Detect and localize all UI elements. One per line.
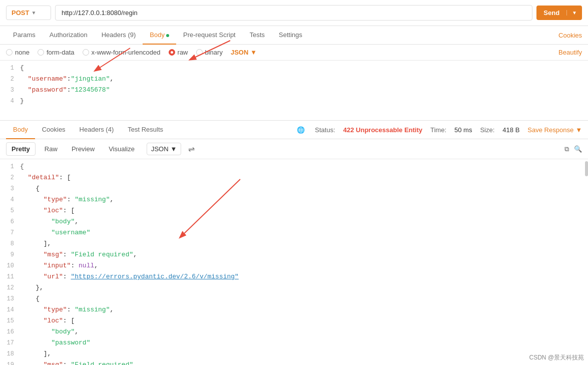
req-line-1: 1 { xyxy=(0,63,588,74)
json-type-selector[interactable]: JSON ▼ xyxy=(231,49,257,56)
save-response-button[interactable]: Save Response ▼ xyxy=(527,126,582,134)
save-response-chevron-icon: ▼ xyxy=(575,126,582,134)
radio-none-label: none xyxy=(15,49,30,56)
resp-tab-headers[interactable]: Headers (4) xyxy=(73,121,121,139)
radio-binary-dot xyxy=(196,49,203,56)
resp-line-13: 13 { xyxy=(0,293,588,304)
tab-tests[interactable]: Tests xyxy=(243,26,272,45)
search-icon[interactable]: 🔍 xyxy=(574,145,582,153)
response-icons: ⧉ 🔍 xyxy=(564,145,582,153)
fmt-tab-visualize[interactable]: Visualize xyxy=(104,143,140,155)
resp-line-5: 5 "loc": [ xyxy=(0,205,588,216)
json-format-selector[interactable]: JSON ▼ xyxy=(147,143,182,155)
resp-line-7: 7 "username" xyxy=(0,227,588,238)
watermark: CSDN @景天科技苑 xyxy=(529,353,584,362)
time-label: Time: xyxy=(430,126,446,134)
status-code: 422 Unprocessable Entity xyxy=(343,126,422,134)
tab-pre-request[interactable]: Pre-request Script xyxy=(176,26,243,45)
resp-line-16: 16 "body", xyxy=(0,326,588,337)
resp-line-12: 12 }, xyxy=(0,282,588,293)
resp-line-15: 15 "loc": [ xyxy=(0,315,588,326)
req-line-3: 3 "password":"12345678" xyxy=(0,85,588,96)
response-body[interactable]: 1 { 2 "detail": [ 3 { 4 "type": "missing… xyxy=(0,159,588,365)
beautify-button[interactable]: Beautify xyxy=(558,49,582,56)
resp-line-3: 3 { xyxy=(0,183,588,194)
size-label: Size: xyxy=(480,126,494,134)
copy-icon[interactable]: ⧉ xyxy=(564,145,569,153)
body-dot xyxy=(166,34,169,37)
tab-body[interactable]: Body xyxy=(143,26,176,45)
radio-binary[interactable]: binary xyxy=(196,49,223,56)
globe-icon: 🌐 xyxy=(297,126,305,134)
save-response-label: Save Response xyxy=(527,126,573,134)
radio-form-data-label: form-data xyxy=(47,49,75,56)
status-label: Status: xyxy=(315,126,335,134)
resp-line-1: 1 { xyxy=(0,161,588,172)
resp-line-17: 17 "password" xyxy=(0,337,588,348)
tab-params[interactable]: Params xyxy=(6,26,43,45)
tab-headers[interactable]: Headers (9) xyxy=(95,26,143,45)
req-line-4: 4 } xyxy=(0,96,588,107)
resp-line-8: 8 ], xyxy=(0,238,588,249)
size-value: 418 B xyxy=(502,126,519,134)
radio-raw-dot xyxy=(169,49,175,56)
resp-tab-test-results[interactable]: Test Results xyxy=(121,121,170,139)
send-chevron-icon[interactable]: ▼ xyxy=(566,10,582,16)
json-type-chevron-icon: ▼ xyxy=(250,49,257,56)
resp-line-4: 4 "type": "missing", xyxy=(0,194,588,205)
resp-tab-cookies[interactable]: Cookies xyxy=(35,121,73,139)
radio-urlencoded-dot xyxy=(83,49,89,56)
resp-line-10: 10 "input": null, xyxy=(0,260,588,271)
response-status-area: 🌐 Status: 422 Unprocessable Entity Time:… xyxy=(297,126,582,134)
fmt-tab-pretty[interactable]: Pretty xyxy=(6,142,36,156)
time-value: 50 ms xyxy=(454,126,472,134)
send-button[interactable]: Send ▼ xyxy=(536,6,582,20)
resp-line-19: 19 "msg": "Field required" xyxy=(0,359,588,365)
radio-binary-label: binary xyxy=(205,49,223,56)
radio-none[interactable]: none xyxy=(6,49,30,56)
json-format-label: JSON xyxy=(151,145,169,153)
response-format-row: Pretty Raw Preview Visualize JSON ▼ ⇌ ⧉ … xyxy=(0,139,588,159)
url-bar: POST ▼ Send ▼ xyxy=(0,0,588,26)
resp-line-14: 14 "type": "missing", xyxy=(0,304,588,315)
radio-urlencoded[interactable]: x-www-form-urlencoded xyxy=(83,49,161,56)
main-tabs: Params Authorization Headers (9) Body Pr… xyxy=(0,26,588,45)
tab-authorization[interactable]: Authorization xyxy=(43,26,95,45)
radio-form-data-dot xyxy=(38,49,44,56)
wrap-icon[interactable]: ⇌ xyxy=(188,144,195,154)
response-section: Body Cookies Headers (4) Test Results 🌐 … xyxy=(0,121,588,365)
response-tabs-row: Body Cookies Headers (4) Test Results 🌐 … xyxy=(0,121,588,139)
url-input[interactable] xyxy=(55,5,532,21)
req-line-2: 2 "username":"jingtian", xyxy=(0,74,588,85)
radio-urlencoded-label: x-www-form-urlencoded xyxy=(92,49,161,56)
method-selector[interactable]: POST ▼ xyxy=(6,6,51,20)
radio-none-dot xyxy=(6,49,13,56)
resp-line-18: 18 ], xyxy=(0,348,588,359)
json-type-label: JSON xyxy=(231,49,248,56)
radio-form-data[interactable]: form-data xyxy=(38,49,75,56)
radio-raw-label: raw xyxy=(178,49,188,56)
resp-line-9: 9 "msg": "Field required", xyxy=(0,249,588,260)
method-label: POST xyxy=(12,9,29,17)
resp-tab-body[interactable]: Body xyxy=(6,121,35,139)
radio-raw[interactable]: raw xyxy=(169,49,188,56)
resp-line-6: 6 "body", xyxy=(0,216,588,227)
send-label: Send xyxy=(536,9,566,17)
body-type-row: none form-data x-www-form-urlencoded raw… xyxy=(0,45,588,61)
scrollbar[interactable] xyxy=(585,161,588,176)
resp-line-2: 2 "detail": [ xyxy=(0,172,588,183)
cookies-link[interactable]: Cookies xyxy=(558,32,582,39)
method-chevron-icon: ▼ xyxy=(31,10,36,16)
json-format-chevron-icon: ▼ xyxy=(171,145,177,153)
tab-settings[interactable]: Settings xyxy=(272,26,309,45)
fmt-tab-raw[interactable]: Raw xyxy=(40,143,63,155)
resp-line-11: 11 "url": "https://errors.pydantic.dev/2… xyxy=(0,271,588,282)
fmt-tab-preview[interactable]: Preview xyxy=(67,143,100,155)
request-code-editor[interactable]: 1 { 2 "username":"jingtian", 3 "password… xyxy=(0,61,588,121)
